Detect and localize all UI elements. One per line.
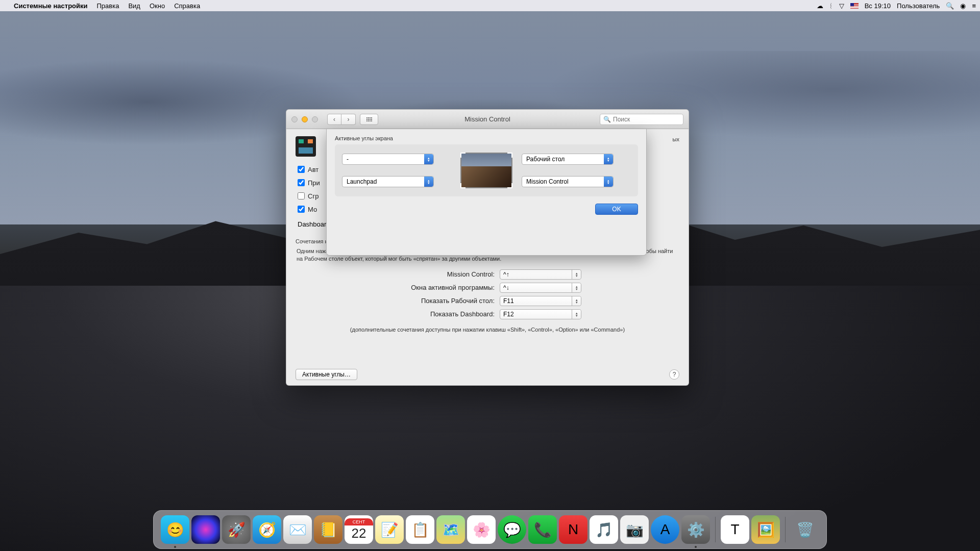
screen-preview [460, 153, 512, 188]
dock-screenshot-icon[interactable]: 📷 [620, 515, 649, 544]
menu-view[interactable]: Вид [124, 2, 145, 10]
dock-reminders-icon[interactable]: 📋 [406, 515, 434, 544]
window-titlebar[interactable]: ‹ › Mission Control 🔍 [286, 110, 689, 129]
spotlight-icon[interactable]: 🔍 [946, 2, 954, 10]
shortcut-label-mission-control: Mission Control: [347, 270, 495, 278]
dock-launchpad-icon[interactable]: 🚀 [222, 515, 251, 544]
shortcut-label-app-windows: Окна активной программы: [347, 284, 495, 291]
shortcut-label-show-dashboard: Показать Dashboard: [347, 310, 495, 318]
chevron-updown-icon: ▴▾ [572, 310, 581, 319]
shortcut-label-show-desktop: Показать Рабочий стол: [347, 297, 495, 305]
hot-corners-sheet: Активные углы экрана - ▴▾ Рабочий стол ▴… [326, 129, 647, 256]
chevron-updown-icon: ▴▾ [572, 270, 581, 279]
dock-maps-icon[interactable]: 🗺️ [436, 515, 465, 544]
menu-bar: Системные настройки Правка Вид Окно Спра… [0, 0, 980, 11]
show-all-button[interactable] [360, 114, 378, 125]
dock-messages-icon[interactable]: 💬 [498, 515, 526, 544]
dock-trash-icon[interactable]: 🗑️ [791, 515, 819, 544]
ok-button[interactable]: OK [595, 204, 638, 215]
corner-top-right-select[interactable]: Рабочий стол ▴▾ [522, 154, 614, 165]
shortcut-select-show-dashboard[interactable]: F12 ▴▾ [500, 309, 581, 319]
system-preferences-window: ‹ › Mission Control 🔍 ых Авт [286, 109, 689, 386]
input-source-flag-icon[interactable] [850, 3, 859, 9]
cloud-icon[interactable]: ☁ [817, 2, 823, 10]
shortcut-select-show-desktop[interactable]: F11 ▴▾ [500, 296, 581, 306]
chevron-updown-icon: ▴▾ [572, 283, 581, 292]
clock[interactable]: Вс 19:10 [865, 2, 891, 10]
zoom-button[interactable] [312, 116, 318, 122]
user-menu[interactable]: Пользователь [897, 2, 940, 10]
dock-settings-icon[interactable]: ⚙️ [681, 515, 710, 544]
bluetooth-icon[interactable]: ⧙ [829, 2, 833, 10]
corner-bottom-left-select[interactable]: Launchpad ▴▾ [342, 176, 434, 187]
dock-mail-icon[interactable]: ✉️ [283, 515, 312, 544]
dock-finder-icon[interactable]: 😊 [161, 515, 189, 544]
chevron-updown-icon: ▴▾ [572, 296, 581, 306]
grid-icon [366, 117, 372, 121]
dock-itunes-icon[interactable]: 🎵 [590, 515, 618, 544]
forward-button[interactable]: › [341, 114, 356, 125]
dock-siri-icon[interactable] [191, 515, 220, 544]
siri-icon[interactable]: ◉ [960, 2, 966, 10]
hot-corners-button[interactable]: Активные углы… [296, 369, 357, 380]
mission-control-icon [296, 136, 316, 157]
app-menu[interactable]: Системные настройки [9, 2, 92, 10]
chevron-updown-icon: ▴▾ [604, 177, 613, 187]
shortcut-select-mission-control[interactable]: ^↑ ▴▾ [500, 269, 581, 280]
dock-divider [715, 517, 716, 542]
menu-edit[interactable]: Правка [92, 2, 124, 10]
dock: 😊 🚀 🧭 ✉️ 📒 СЕНТ 22 📝 📋 🗺️ 🌸 💬 📞 N 🎵 📷 A … [153, 510, 827, 549]
chevron-updown-icon: ▴▾ [424, 177, 433, 187]
dock-textedit-icon[interactable]: T [721, 515, 749, 544]
dock-preview-icon[interactable]: 🖼️ [751, 515, 780, 544]
search-input[interactable] [613, 116, 680, 123]
chevron-updown-icon: ▴▾ [604, 154, 613, 164]
dock-contacts-icon[interactable]: 📒 [314, 515, 342, 544]
chevron-updown-icon: ▴▾ [424, 154, 433, 164]
dock-notes-icon[interactable]: 📝 [375, 515, 404, 544]
help-button[interactable]: ? [669, 369, 679, 380]
dock-photos-icon[interactable]: 🌸 [467, 515, 496, 544]
dock-calendar-icon[interactable]: СЕНТ 22 [345, 515, 373, 544]
dock-news-icon[interactable]: N [559, 515, 587, 544]
search-icon: 🔍 [603, 116, 611, 123]
dock-divider [785, 517, 786, 542]
minimize-button[interactable] [302, 116, 308, 122]
sheet-title: Активные углы экрана [335, 135, 638, 141]
notification-center-icon[interactable]: ≡ [972, 2, 976, 10]
dock-safari-icon[interactable]: 🧭 [253, 515, 281, 544]
corner-bottom-right-select[interactable]: Mission Control ▴▾ [522, 176, 614, 187]
shortcut-select-app-windows[interactable]: ^↓ ▴▾ [500, 283, 581, 293]
menu-window[interactable]: Окно [145, 2, 169, 10]
corner-top-left-select[interactable]: - ▴▾ [342, 154, 434, 165]
search-field[interactable]: 🔍 [600, 114, 683, 125]
wifi-icon[interactable]: ▽ [839, 2, 844, 10]
dock-facetime-icon[interactable]: 📞 [528, 515, 557, 544]
shortcuts-note: (дополнительные сочетания доступны при н… [296, 327, 679, 333]
close-button[interactable] [291, 116, 298, 122]
back-button[interactable]: ‹ [327, 114, 341, 125]
dock-appstore-icon[interactable]: A [651, 515, 679, 544]
menu-help[interactable]: Справка [169, 2, 205, 10]
